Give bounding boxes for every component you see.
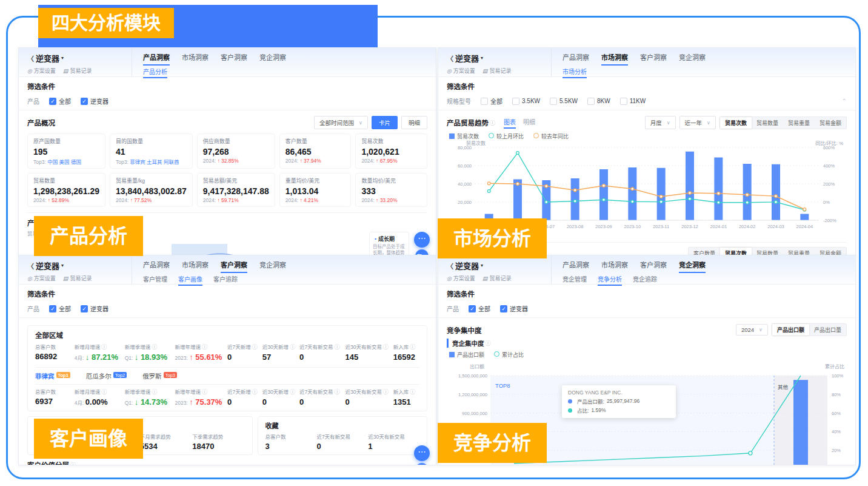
time-range-select[interactable]: 全部时间范围∨ <box>314 116 368 129</box>
country-tab-1[interactable]: 厄瓜多尔Top2 <box>86 371 127 380</box>
info-icon[interactable]: ⓘ <box>335 344 340 350</box>
metric-card[interactable]: 数量均价/美元3332024: ↑ 33.20% <box>355 173 427 207</box>
view-tab-0[interactable]: 图表 <box>504 117 516 129</box>
checkbox-5.5KW[interactable]: 5.5KW <box>550 98 578 105</box>
checkbox-icon[interactable]: ✓ <box>81 98 88 105</box>
tab-1[interactable]: 市场洞察 <box>182 52 209 66</box>
subtab-0[interactable]: 产品分析 <box>143 67 167 78</box>
tab-0[interactable]: 产品洞察 <box>143 260 170 273</box>
checkbox-逆变器[interactable]: ✓逆变器 <box>81 304 109 313</box>
info-icon[interactable]: ⓘ <box>410 389 415 395</box>
metric-card[interactable]: 客户数量86,4652024: ↑ 37.94% <box>279 133 352 169</box>
info-icon[interactable]: ⓘ <box>101 344 107 350</box>
back-icon[interactable]: 〈 <box>447 261 453 271</box>
back-icon[interactable]: 〈 <box>27 261 34 271</box>
info-icon[interactable]: ⓘ <box>252 344 258 350</box>
scheme-setting-link[interactable]: ◎方案设置 <box>27 67 56 75</box>
checkbox-全部[interactable]: 全部 <box>481 96 502 106</box>
trade-record-link[interactable]: ▤贸易记录 <box>63 274 92 282</box>
scheme-setting-link[interactable]: ◎方案设置 <box>447 274 475 282</box>
checkbox-逆变器[interactable]: ✓逆变器 <box>500 304 528 313</box>
info-icon[interactable]: ⓘ <box>202 344 207 350</box>
legend-item[interactable]: 较上月环比 <box>489 132 524 140</box>
legend-item[interactable]: 累计占比 <box>494 351 524 359</box>
legend-item[interactable]: 产品出口额 <box>449 351 484 359</box>
country-tab-2[interactable]: 俄罗斯Top3 <box>142 371 177 380</box>
info-icon[interactable]: ⓘ <box>152 344 157 350</box>
trade-record-link[interactable]: ▤贸易记录 <box>482 67 512 75</box>
metric-card[interactable]: 贸易数量1,298,238,261.292024: ↑ 52.89% <box>27 173 105 207</box>
info-icon[interactable]: ⓘ <box>383 389 389 395</box>
info-icon[interactable]: ⓘ <box>70 461 76 466</box>
tab-1[interactable]: 市场洞察 <box>601 260 628 273</box>
subtab-0[interactable]: 客户管理 <box>143 274 167 286</box>
scheme-setting-link[interactable]: ◎方案设置 <box>447 67 475 75</box>
legend-item[interactable]: 较去年同比 <box>533 132 569 140</box>
product-selector[interactable]: 〈逆变器▾ <box>27 260 132 271</box>
info-icon[interactable]: ⓘ <box>290 344 295 350</box>
subtab-2[interactable]: 竞企追踪 <box>633 274 657 286</box>
online-service-button[interactable]: 在线客服 <box>415 463 429 465</box>
metric-card[interactable]: 供应商数量97,2682024: ↑ 32.85% <box>197 133 275 169</box>
metric-card[interactable]: 目的国数量41Top3: 菲律宾 土耳其 阿联酋 <box>110 133 193 169</box>
subtab-0[interactable]: 市场分析 <box>563 67 587 78</box>
subtab-0[interactable]: 竞企管理 <box>563 274 587 286</box>
checkbox-icon[interactable]: ✓ <box>49 305 56 312</box>
info-icon[interactable]: ⓘ <box>252 389 258 395</box>
legend-item[interactable]: 贸易次数 <box>449 132 479 140</box>
back-icon[interactable]: 〈 <box>447 53 453 63</box>
subtab-2[interactable]: 客户追踪 <box>213 274 238 286</box>
info-icon[interactable]: ⓘ <box>383 344 389 350</box>
info-icon[interactable]: ⓘ <box>486 339 491 347</box>
checkbox-icon[interactable]: ✓ <box>81 305 88 312</box>
checkbox-icon[interactable]: ✓ <box>469 305 476 312</box>
tab-2[interactable]: 客户洞察 <box>221 260 247 273</box>
subtab-1[interactable]: 客户画像 <box>178 274 202 286</box>
metric-button-0[interactable]: 贸易次数 <box>720 117 752 129</box>
checkbox-icon[interactable] <box>587 98 595 105</box>
trade-record-link[interactable]: ▤贸易记录 <box>63 67 92 75</box>
tab-2[interactable]: 客户洞察 <box>640 52 667 66</box>
metric-card[interactable]: 贸易次数1,020,6212024: ↑ 67.95% <box>355 133 427 169</box>
checkbox-8KW[interactable]: 8KW <box>587 98 610 105</box>
tab-3[interactable]: 竞企洞察 <box>259 52 286 66</box>
checkbox-全部[interactable]: ✓全部 <box>469 304 490 313</box>
info-icon[interactable]: ⓘ <box>202 389 207 395</box>
checkbox-icon[interactable]: ✓ <box>49 98 56 105</box>
period-select[interactable]: 月度∨ <box>645 116 676 129</box>
checkbox-全部[interactable]: ✓全部 <box>49 304 71 313</box>
checkbox-icon[interactable] <box>481 98 488 105</box>
tab-1[interactable]: 市场洞察 <box>182 260 209 273</box>
checkbox-icon[interactable]: ✓ <box>500 305 507 312</box>
scheme-setting-link[interactable]: ◎方案设置 <box>27 274 56 282</box>
tab-3[interactable]: 竞企洞察 <box>679 52 706 66</box>
tab-3[interactable]: 竞企洞察 <box>679 260 706 273</box>
metric-button-2[interactable]: 贸易重量 <box>783 117 815 129</box>
tab-0[interactable]: 产品洞察 <box>143 52 170 66</box>
product-selector[interactable]: 〈逆变器▾ <box>447 52 551 64</box>
metric-card[interactable]: 贸易总额/美元9,417,328,147.882024: ↑ 59.71% <box>197 173 275 207</box>
metric-card[interactable]: 原产国数量195Top3: 中国 美国 德国 <box>27 133 105 169</box>
online-service-widget[interactable]: ⋯ 在线客服 <box>414 232 430 256</box>
tab-0[interactable]: 产品洞察 <box>563 52 589 66</box>
view-tab-1[interactable]: 明细 <box>523 117 535 129</box>
checkbox-逆变器[interactable]: ✓逆变器 <box>81 96 109 106</box>
metric-button-1[interactable]: 产品出口量 <box>809 324 846 336</box>
chat-bubble-icon[interactable]: ⋯ <box>414 232 430 248</box>
online-service-widget[interactable]: ⋯ 在线客服 <box>414 445 430 465</box>
info-icon[interactable]: ⓘ <box>335 389 340 395</box>
info-icon[interactable]: ⓘ <box>290 389 295 395</box>
card-view-button[interactable]: 卡片 <box>372 116 398 129</box>
checkbox-icon[interactable] <box>620 98 627 105</box>
collapse-icon[interactable]: ⌃ <box>842 98 847 104</box>
product-selector[interactable]: 〈逆变器▾ <box>27 52 132 64</box>
tab-1[interactable]: 市场洞察 <box>601 52 628 66</box>
tab-0[interactable]: 产品洞察 <box>563 260 589 273</box>
chat-bubble-icon[interactable]: ⋯ <box>414 445 430 461</box>
country-tab-0[interactable]: 菲律宾Top1 <box>35 371 70 380</box>
checkbox-全部[interactable]: ✓全部 <box>49 96 71 106</box>
range-select[interactable]: 近一年∨ <box>679 116 716 129</box>
metric-button-1[interactable]: 贸易数量 <box>752 117 783 129</box>
product-selector[interactable]: 〈逆变器▾ <box>447 260 551 271</box>
tab-3[interactable]: 竞企洞察 <box>259 260 286 273</box>
